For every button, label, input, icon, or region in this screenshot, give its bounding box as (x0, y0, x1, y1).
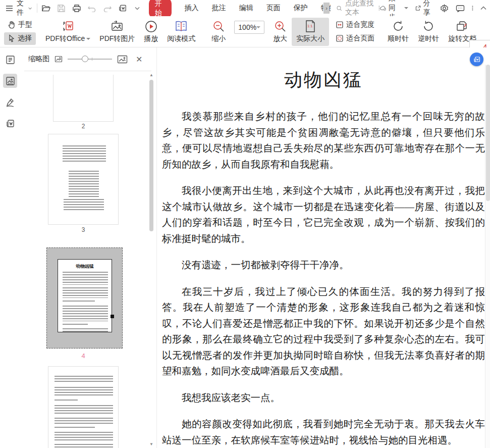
hand-tool-button[interactable]: 手型 (4, 19, 36, 31)
thumbnail-size-slider[interactable] (68, 56, 112, 63)
divider (37, 4, 37, 13)
slider-knob[interactable] (82, 56, 88, 62)
thumbnail-scrollbar[interactable]: ▲ ▼ (148, 73, 154, 446)
play-button[interactable]: 播放 (139, 18, 162, 46)
zoom-out-label: 缩小 (211, 34, 226, 43)
rotate-counterclockwise-icon (422, 20, 435, 33)
collapse-toolbar-icon[interactable] (480, 4, 487, 13)
find-text-search[interactable]: 点此查找文本 (337, 0, 380, 17)
tab-annotate[interactable]: 批注 (212, 4, 226, 13)
document-body: 我羡慕那些来自乡村的孩子，他们的记忆里总有一个回味无穷的故乡，尽管这故乡其实可能… (162, 109, 485, 448)
file-menu-label: 文件 (17, 0, 27, 17)
thumbnail-panel-header: 缩略图 ✕ (20, 47, 156, 71)
zoom-in-button[interactable]: 放大 (268, 18, 292, 46)
tab-overflow-chevron-icon[interactable]: › (323, 3, 330, 14)
document-title: 动物凶猛 (162, 68, 485, 92)
tab-protect[interactable]: 保护 (294, 4, 308, 13)
thumbnail-page-4-title: 动物凶猛 (58, 263, 112, 270)
thumbnail-page-3[interactable] (48, 134, 119, 225)
thumbnail-smaller-icon[interactable] (55, 56, 63, 63)
file-menu[interactable]: 文件 (17, 0, 32, 17)
outline-panel-icon[interactable] (3, 53, 17, 67)
zoom-out-icon (212, 20, 225, 33)
tab-insert[interactable]: 插入 (185, 4, 199, 13)
thumbnail-text-block (55, 405, 113, 415)
tab-edit[interactable]: 编辑 (239, 4, 253, 13)
pdf-to-office-button[interactable]: PDF转Office (41, 18, 95, 46)
rotate-clockwise-button[interactable]: 顺时针 (383, 18, 413, 46)
actual-size-label: 实际大小 (296, 34, 324, 43)
fit-group: 适合宽度 适合页面 (332, 19, 378, 45)
tab-home[interactable]: 开始 (149, 0, 172, 18)
fit-width-button[interactable]: 适合宽度 (332, 19, 378, 31)
caret-down-icon (404, 7, 408, 9)
hand-tool-label: 手型 (18, 20, 32, 29)
thumbnail-text-block (55, 427, 95, 429)
thumbnail-page-5[interactable] (48, 366, 119, 448)
slider-track (68, 59, 112, 60)
thumbnail-page-4-selected[interactable]: 动物凶猛 (46, 247, 123, 349)
read-mode-label: 阅读模式 (167, 34, 195, 43)
cloud-offline-icon (380, 5, 387, 12)
more-menu-dots-icon[interactable] (472, 5, 473, 12)
search-icon (337, 5, 342, 12)
select-tool-button[interactable]: 选择 (4, 32, 36, 45)
pdf-to-image-button[interactable]: PDF转图片 (95, 18, 139, 46)
fit-page-button[interactable]: 适合页面 (332, 32, 378, 45)
rotate-counterclockwise-button[interactable]: 逆时针 (413, 18, 444, 46)
pointer-mode-group: 手型 选择 (4, 19, 36, 45)
paragraph: 我很小便离开出生地，来到这个大城市，从此再也没有离开过，我把这个城市认做故乡。这… (162, 183, 485, 246)
zoom-level-combobox[interactable]: 100% (234, 21, 264, 34)
thumbnail-text-block (63, 272, 108, 285)
tab-page[interactable]: 页面 (266, 4, 281, 13)
document-scrollbar[interactable] (485, 65, 490, 448)
scrollbar-thumb[interactable] (486, 65, 490, 201)
paragraph: 我羡慕那些来自乡村的孩子，他们的记忆里总有一个回味无穷的故乡，尽管这故乡其实可能… (162, 109, 485, 172)
caret-down-icon (86, 38, 90, 40)
thumbnail-text-block (55, 376, 113, 383)
scroll-down-icon[interactable]: ▼ (149, 442, 153, 446)
pdf-to-word-floating-button[interactable] (470, 53, 483, 66)
document-view[interactable]: 动物凶猛 我羡慕那些来自乡村的孩子，他们的记忆里总有一个回味无穷的故乡，尽管这故… (156, 47, 490, 448)
redo-icon[interactable] (103, 4, 112, 13)
annotation-pen-icon[interactable] (3, 95, 17, 109)
read-mode-button[interactable]: 阅读模式 (162, 18, 200, 46)
actual-size-icon: 1:1 (305, 20, 316, 33)
share-button[interactable]: 分享 (415, 0, 433, 17)
fit-page-icon (336, 34, 344, 42)
undo-icon[interactable] (88, 4, 96, 13)
thumbnail-larger-icon[interactable] (117, 55, 128, 64)
thumbnail-text-block (55, 432, 113, 441)
pdf-to-office-icon (62, 20, 75, 33)
chevron-down-icon[interactable] (134, 4, 140, 13)
thumbnail-text-block (63, 287, 108, 298)
settings-gear-icon[interactable] (440, 4, 449, 13)
hand-icon (8, 21, 16, 29)
sidebar-icon-strip (0, 47, 20, 448)
rotate-counterclockwise-label: 逆时针 (418, 34, 439, 43)
thumbnail-page-4-viewbox[interactable]: 动物凶猛 (58, 259, 112, 332)
zoom-out-button[interactable]: 缩小 (207, 18, 230, 46)
scroll-up-icon[interactable]: ▲ (149, 73, 153, 77)
thumbnail-text-block (63, 306, 108, 321)
thumbnail-page-2[interactable] (53, 75, 114, 122)
paragraph: 她的容颜改变得如此彻底，我看到她时完全无动于衷。那天我去火车站送一位至亲，在软席… (162, 416, 485, 448)
convert-panel-icon[interactable] (3, 116, 17, 130)
convert-doc-icon[interactable] (118, 4, 127, 13)
save-icon[interactable] (57, 4, 66, 13)
close-panel-icon[interactable]: ✕ (136, 55, 142, 64)
print-icon[interactable] (72, 4, 81, 13)
view-region-handle[interactable] (111, 315, 114, 318)
actual-size-button[interactable]: 1:1 实际大小 (292, 18, 329, 46)
pdf-page-4[interactable]: 动物凶猛 我羡慕那些来自乡村的孩子，他们的记忆里总有一个回味无穷的故乡，尽管这故… (162, 47, 485, 448)
thumbnail-panel-icon[interactable] (3, 74, 17, 88)
read-mode-book-icon (174, 20, 188, 33)
thumbnail-text-block (55, 444, 113, 448)
scrollbar-thumb[interactable] (149, 80, 153, 231)
open-file-icon[interactable] (41, 4, 50, 13)
hamburger-menu-icon[interactable] (5, 4, 14, 13)
feedback-comment-icon[interactable] (456, 4, 465, 13)
pdf-to-image-label: PDF转图片 (99, 34, 135, 43)
thumbnail-page-2-number: 2 (20, 123, 146, 130)
svg-text:1:1: 1:1 (307, 24, 312, 28)
